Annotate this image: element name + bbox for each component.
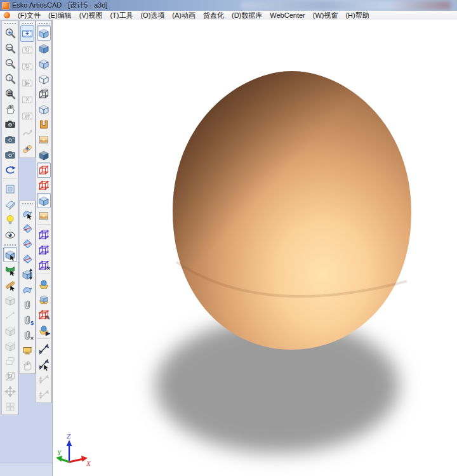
view-counter[interactable]: [37, 117, 51, 132]
move-diagonal-tool-2: [37, 387, 51, 402]
document-icon[interactable]: [4, 12, 10, 18]
play-animation-icon: [22, 77, 33, 89]
toolbar-grip[interactable]: [4, 243, 16, 246]
menu-animation[interactable]: (A)动画: [168, 11, 199, 20]
delete-nodes-tool-icon: [38, 260, 50, 271]
attach-file-tool[interactable]: [20, 297, 34, 312]
view-render-scene-2-icon: [38, 210, 50, 221]
gloves-tool: [20, 358, 34, 373]
edit-cage-tool[interactable]: [37, 242, 51, 258]
add-patch-tool[interactable]: +: [20, 141, 34, 157]
menu-view[interactable]: (V)视图: [76, 11, 107, 20]
toolbar-grip[interactable]: [22, 22, 33, 25]
ball-in-tray-tool[interactable]: [37, 277, 51, 292]
bend-surface-tool[interactable]: [20, 282, 34, 297]
cross-break-y-tool[interactable]: [20, 251, 34, 267]
scale-to-fit-tool[interactable]: ⊞: [3, 86, 17, 102]
axis-y-label: Y: [57, 449, 62, 456]
fold-angle-tool[interactable]: [20, 221, 34, 236]
previous-view-camera[interactable]: «: [3, 132, 17, 147]
zoom-in-tool-icon: [4, 27, 16, 39]
delete-nodes-tool[interactable]: ×: [37, 258, 51, 273]
menu-help[interactable]: (H)帮助: [341, 11, 373, 20]
view-toolbar: +▭−↕⊞«»↻: [1, 20, 18, 415]
esko-logo-icon: [2, 2, 10, 10]
play-tray-animation[interactable]: ▶: [37, 322, 51, 338]
move-view-tool-icon: [4, 386, 16, 397]
zoom-height-tool[interactable]: ↕: [3, 71, 17, 86]
rotate-about-axis-tool-icon: [4, 340, 16, 352]
view-mode-shaded[interactable]: [37, 41, 51, 56]
surface-toolbar: $×: [19, 201, 36, 374]
menu-webcenter[interactable]: WebCenter: [266, 11, 308, 20]
rotate-about-axis-tool: [3, 338, 17, 354]
show-red-wireframe[interactable]: [37, 162, 51, 178]
rotate-frame-x-icon: [22, 44, 33, 56]
view-mode-hidden-line[interactable]: [37, 71, 51, 86]
view-render-scene-2[interactable]: [37, 208, 51, 223]
next-view-camera[interactable]: »: [3, 147, 17, 162]
tear-patch-select-tool[interactable]: [20, 206, 34, 221]
add-patch-tool-icon: [22, 143, 33, 155]
menu-database[interactable]: (D)数据库: [228, 11, 266, 20]
detach-file-tool[interactable]: ×: [20, 327, 34, 343]
view-transparency-icon: [38, 149, 50, 161]
show-solid-blue[interactable]: [37, 193, 51, 208]
view-mode-wireframe[interactable]: [37, 86, 51, 102]
stretch-part-tool[interactable]: [20, 267, 34, 282]
add-animation-frame[interactable]: +: [20, 25, 34, 42]
cube-on-tray-tool-icon: [38, 294, 50, 305]
move-design-tool: [3, 293, 17, 308]
cube-on-tray-tool[interactable]: [37, 292, 51, 307]
undo-view-rotation[interactable]: [3, 162, 17, 178]
view-render-scene[interactable]: [37, 132, 51, 147]
perspective-tool[interactable]: [3, 197, 17, 212]
toolbar-grip[interactable]: [22, 202, 33, 205]
fold-angle-tool-icon: [22, 223, 33, 234]
attach-cost-tool[interactable]: $: [20, 312, 34, 327]
light-source-tool[interactable]: [3, 212, 17, 227]
cross-break-x-tool-icon: [22, 238, 33, 249]
view-mode-solid-icon: [38, 27, 50, 39]
menu-palletization[interactable]: 货盘化: [199, 11, 228, 20]
viewport-3d[interactable]: Z Y X: [52, 20, 457, 476]
measure-line-tool: [3, 308, 17, 323]
view-mode-flat[interactable]: [37, 56, 51, 71]
menu-edit[interactable]: (E)编辑: [44, 11, 76, 20]
cross-break-x-tool[interactable]: [20, 236, 34, 251]
toolbar-separator: [37, 338, 50, 341]
toolbar-grip[interactable]: [4, 22, 16, 25]
menu-file[interactable]: (F)文件: [14, 11, 44, 20]
measure-distance-tool[interactable]: [37, 341, 51, 357]
edit-red-cage-tool[interactable]: ✎: [37, 307, 51, 322]
egg-model[interactable]: [173, 71, 411, 350]
menu-tools[interactable]: (T)工具: [106, 11, 136, 20]
view-mode-solid[interactable]: [37, 25, 51, 41]
view-angle-eye-tool[interactable]: [3, 227, 17, 242]
view-transparency[interactable]: [37, 147, 51, 162]
bend-surface-tool-icon: [22, 284, 33, 295]
select-ribbon-tool[interactable]: [3, 262, 17, 277]
menu-options[interactable]: (O)选项: [136, 11, 168, 20]
menu-window[interactable]: (W)视窗: [309, 11, 342, 20]
toolbar-grip[interactable]: [38, 22, 50, 25]
view-mode-cutaway[interactable]: [37, 102, 51, 117]
view-mode-cutaway-icon: [38, 103, 50, 115]
border-frame-tool[interactable]: [3, 182, 17, 197]
view-mode-wireframe-icon: [38, 88, 50, 100]
show-red-nodes[interactable]: [37, 178, 51, 193]
zoom-rectangle-tool[interactable]: ▭: [3, 41, 17, 56]
measure-line-tool-icon: [4, 310, 16, 321]
measure-select-tool-icon: [38, 359, 50, 370]
pan-tool[interactable]: [3, 102, 17, 117]
select-stick-tool[interactable]: [3, 277, 17, 293]
measure-select-tool[interactable]: [37, 357, 51, 372]
worktable-tool[interactable]: [20, 343, 34, 358]
title-bar[interactable]: Esko ArtiosCAD - [设计5 - a3d]: [0, 0, 457, 11]
zoom-out-tool[interactable]: −: [3, 56, 17, 71]
snapshot-camera-tool[interactable]: [3, 117, 17, 132]
detach-file-tool-icon: [22, 329, 33, 341]
edit-nodes-tool[interactable]: [37, 227, 51, 242]
select-part-tool[interactable]: [3, 247, 17, 262]
zoom-in-tool[interactable]: +: [3, 25, 17, 41]
